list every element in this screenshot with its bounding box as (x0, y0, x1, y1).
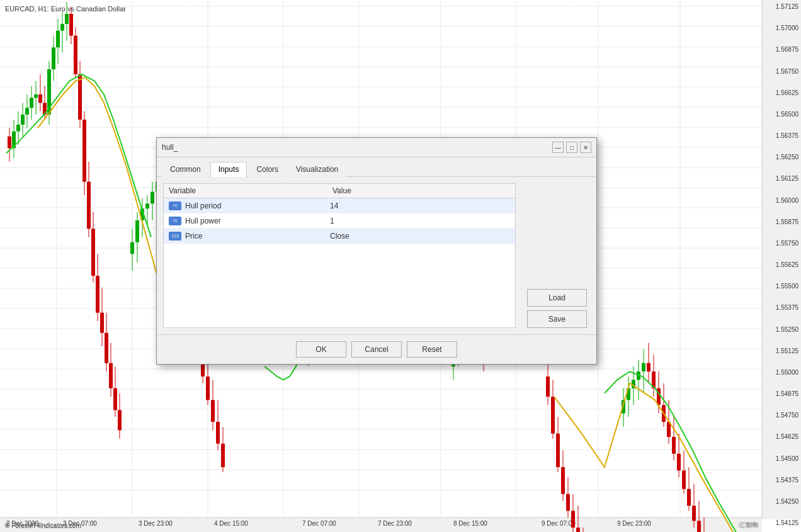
ok-button[interactable]: OK (296, 341, 346, 358)
icon-number: 123 (169, 232, 181, 241)
minimize-button[interactable]: — (552, 142, 564, 153)
row-name-hull-period: Hull period (185, 201, 330, 210)
dialog-overlay: hull_ — □ ✕ Common Inputs Colors Visuali… (0, 0, 801, 532)
dialog-content: Variable Value ½ Hull period 14 ½ Hull p… (157, 177, 596, 334)
close-button[interactable]: ✕ (580, 142, 591, 153)
tab-common[interactable]: Common (162, 162, 209, 177)
column-header-variable: Variable (169, 186, 332, 195)
table-row[interactable]: ½ Hull period 14 (164, 198, 515, 213)
load-button[interactable]: Load (527, 289, 587, 307)
row-name-hull-power: Hull power (185, 217, 330, 225)
tab-inputs[interactable]: Inputs (210, 162, 247, 177)
row-value-price: Close (330, 232, 349, 241)
icon-fraction-2: ½ (169, 217, 181, 225)
tab-bar: Common Inputs Colors Visualization (157, 157, 596, 177)
cancel-button[interactable]: Cancel (351, 341, 402, 358)
bottom-buttons: OK Cancel Reset (157, 334, 596, 364)
icon-fraction-1: ½ (169, 201, 181, 210)
maximize-button[interactable]: □ (566, 142, 577, 153)
reset-button[interactable]: Reset (407, 341, 457, 358)
row-value-hull-period: 14 (330, 201, 338, 210)
row-value-hull-power: 1 (330, 217, 334, 225)
table-row[interactable]: ½ Hull power 1 (164, 213, 515, 229)
row-name-price: Price (185, 232, 330, 241)
dialog-title: hull_ (162, 143, 178, 152)
dialog: hull_ — □ ✕ Common Inputs Colors Visuali… (156, 137, 597, 365)
save-button[interactable]: Save (527, 310, 587, 328)
side-buttons: Load Save (527, 183, 590, 328)
tab-colors[interactable]: Colors (248, 162, 287, 177)
table-header: Variable Value (164, 184, 515, 198)
titlebar-controls: — □ ✕ (552, 142, 591, 153)
column-header-value: Value (332, 186, 351, 195)
tab-visualization[interactable]: Visualization (288, 162, 346, 177)
dialog-titlebar: hull_ — □ ✕ (157, 138, 596, 157)
table-row[interactable]: 123 Price Close (164, 229, 515, 244)
inputs-table: Variable Value ½ Hull period 14 ½ Hull p… (163, 183, 516, 328)
